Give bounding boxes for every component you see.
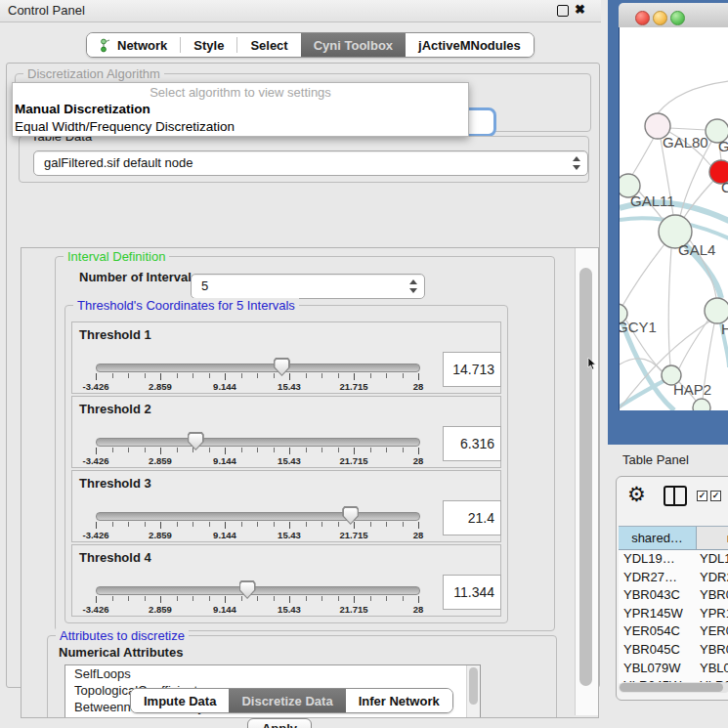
table-row[interactable]: YBR045CYBR0 (619, 641, 728, 660)
column-header-name[interactable]: na (697, 527, 728, 549)
slider-tick-label: -3.426 (66, 381, 125, 392)
attributes-scrollbar[interactable] (466, 665, 480, 718)
tab-label: Network (117, 38, 167, 53)
slider-tick (177, 373, 178, 378)
table-row[interactable]: YBL079WYBL0 (619, 660, 728, 678)
attribute-item-selfloops[interactable]: SelfLoops (65, 665, 480, 682)
bottom-tab-infer-network[interactable]: Infer Network (346, 689, 452, 712)
table-row[interactable]: YPR145WYPR1 (619, 605, 728, 623)
threshold-value-field[interactable]: 11.344 (443, 575, 501, 610)
cell-shared-name: YDL19… (623, 551, 675, 566)
slider-tick (160, 373, 161, 380)
panel-scrollbar[interactable] (575, 248, 598, 715)
slider-tick (209, 596, 210, 601)
slider-thumb[interactable] (239, 580, 256, 599)
slider-thumb[interactable] (274, 358, 290, 376)
node-label: H (721, 321, 728, 337)
minimize-traffic-light-icon[interactable] (653, 11, 667, 25)
tab-label: Infer Network (359, 694, 440, 708)
slider-tick (145, 448, 146, 452)
float-panel-icon[interactable] (557, 5, 569, 17)
slider-tick (112, 373, 113, 378)
slider-tick (193, 373, 193, 378)
close-icon[interactable]: ✖ (575, 2, 585, 17)
slider-track[interactable] (96, 586, 420, 595)
tab-style[interactable]: Style (181, 33, 236, 57)
tab-network[interactable]: Network (87, 33, 180, 57)
slider-tick (289, 448, 290, 454)
node-label: GA (718, 138, 728, 154)
table-row[interactable]: YDL19…YDL1 (619, 550, 728, 569)
threshold-coordinates-label: Threshold's Coordinates for 5 Intervals (73, 298, 299, 313)
slider-tick (112, 448, 113, 452)
node-label: GAL4 (678, 241, 715, 258)
node[interactable] (693, 399, 710, 410)
gear-icon[interactable]: ⚙ (627, 485, 646, 504)
slider-tick (321, 448, 322, 452)
table-panel-titlebar: Table Panel (601, 445, 728, 476)
table-row[interactable]: YER054CYER0 (619, 622, 728, 641)
cell-shared-name: YBL079W (623, 661, 681, 675)
slider-track[interactable] (96, 512, 420, 521)
bottom-tab-impute-data[interactable]: Impute Data (131, 689, 229, 712)
bottom-tab-discretize-data[interactable]: Discretize Data (229, 689, 345, 712)
zoom-traffic-light-icon[interactable] (670, 11, 685, 25)
panel-scrollbar-thumb[interactable] (579, 268, 592, 686)
slider-tick (370, 596, 371, 601)
slider-tick (418, 448, 419, 454)
slider-tick (370, 448, 371, 452)
tab-cyni-toolbox[interactable]: Cyni Toolbox (301, 33, 406, 57)
popup-item-manual[interactable]: Manual Discretization (13, 101, 468, 118)
slider-tick (225, 448, 226, 454)
cell-shared-name: YBR043C (623, 587, 680, 602)
column-header-shared-name[interactable]: shared… (619, 527, 697, 549)
table-row[interactable]: YDR27…YDR2 (619, 569, 728, 587)
interval-group-label: Interval Definition (64, 249, 169, 264)
checkbox-icon[interactable]: ✓ (697, 491, 707, 501)
cyni-toolbox-panel: Discretization Algorithm Table Data galF… (6, 63, 600, 688)
tab-jactivemnodules[interactable]: jActiveMNodules (406, 33, 534, 57)
table-horizontal-scrollbar[interactable] (619, 682, 728, 693)
slider-track[interactable] (96, 364, 420, 372)
network-window: GAL80GACGAL11GAL4GCY1HHAP2 (608, 0, 728, 445)
popup-item-equal-width[interactable]: Equal Width/Frequency Discretization (13, 118, 468, 136)
checkbox-icon[interactable]: ✓ (710, 491, 721, 501)
slider-tick-label: 21.715 (324, 381, 383, 392)
slider-tick (338, 596, 339, 601)
slider-tick (257, 448, 258, 452)
num-intervals-combobox[interactable]: 5 (191, 274, 425, 299)
settings-scroll-panel: Interval Definition Number of Intervals … (21, 247, 599, 718)
slider-tick (386, 522, 387, 527)
cell-shared-name: YBR045C (623, 642, 680, 657)
threshold-value-field[interactable]: 14.713 (443, 352, 501, 387)
slider-thumb[interactable] (342, 506, 359, 525)
bottom-tab-bar: Impute DataDiscretize DataInfer Network (130, 688, 453, 713)
table-scrollbar-thumb[interactable] (620, 683, 723, 692)
slider-tick (338, 522, 339, 527)
attributes-group-label: Attributes to discretize (56, 628, 189, 643)
close-traffic-light-icon[interactable] (635, 11, 650, 25)
split-columns-icon[interactable] (664, 486, 687, 506)
slider-tick (274, 596, 275, 601)
table-data-combobox[interactable]: galFiltered.sif default node (33, 150, 588, 176)
apply-button[interactable]: Apply (247, 718, 312, 728)
slider-track[interactable] (96, 438, 420, 447)
slider-tick-label: -3.426 (66, 604, 125, 615)
slider-thumb[interactable] (188, 432, 204, 450)
slider-tick (145, 373, 146, 378)
control-panel-titlebar: Control Panel ✖ (0, 0, 601, 22)
attributes-scrollbar-thumb[interactable] (469, 667, 478, 705)
combo-arrows-icon (409, 279, 417, 293)
network-nodes (620, 113, 728, 410)
network-window-titlebar[interactable] (619, 3, 728, 28)
network-canvas[interactable]: GAL80GACGAL11GAL4GCY1HHAP2 (619, 27, 728, 410)
threshold-value-field[interactable]: 6.316 (443, 426, 501, 461)
slider-tick (96, 522, 97, 529)
threshold-value-field[interactable]: 21.4 (443, 500, 501, 535)
table-row[interactable]: YBR043CYBR0 (619, 586, 728, 605)
slider-tick (177, 596, 178, 601)
tab-select[interactable]: Select (237, 33, 300, 57)
slider-tick (241, 522, 242, 527)
slider-tick (225, 596, 226, 603)
popup-prompt-item[interactable]: Select algorithm to view settings (13, 83, 468, 101)
